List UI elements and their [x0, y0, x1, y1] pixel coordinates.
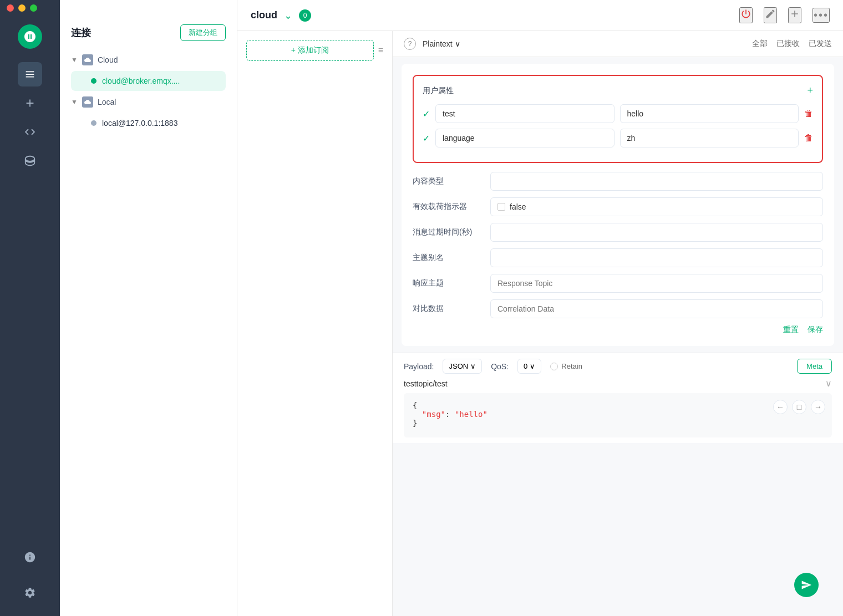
payload-format-select[interactable]: JSON ∨ [443, 359, 482, 374]
retain-radio[interactable] [550, 363, 558, 370]
send-button[interactable] [794, 573, 819, 597]
maximize-btn[interactable] [30, 4, 37, 12]
group-local-name: Local [98, 98, 116, 106]
form-actions: 重置 保存 [413, 325, 823, 335]
format-selector[interactable]: Plaintext ∨ [423, 39, 460, 48]
add-tab-button[interactable] [788, 7, 801, 23]
subscribe-header: + 添加订阅 ≡ [246, 40, 383, 61]
group-local-header[interactable]: ▼ Local [67, 92, 230, 112]
power-button[interactable] [739, 7, 753, 23]
nav-prev-button[interactable]: ← [773, 400, 788, 414]
prop-row-1: ✓ 🗑 [423, 129, 813, 147]
form-row-content-type: 内容类型 [413, 172, 823, 191]
connection-local[interactable]: local@127.0.0.1:1883 [71, 113, 226, 133]
sidebar-item-code[interactable] [18, 120, 42, 144]
meta-panel: 用户属性 + ✓ 🗑 ✓ 🗑 [402, 64, 834, 346]
correlation-data-input[interactable] [490, 299, 823, 318]
tab-all[interactable]: 全部 [752, 37, 768, 51]
sidebar-item-add[interactable] [18, 91, 42, 115]
close-btn[interactable] [7, 4, 14, 12]
topic-expand-icon[interactable]: ∨ [825, 378, 832, 389]
topic-text: testtopic/test [404, 379, 448, 388]
code-indent [413, 410, 422, 419]
nav-copy-button[interactable]: □ [792, 400, 806, 414]
prop-row-0: ✓ 🗑 [423, 104, 813, 123]
topic-alias-input[interactable] [490, 248, 823, 267]
content-type-input[interactable] [490, 172, 823, 191]
save-button[interactable]: 保存 [808, 325, 823, 335]
topbar-actions: ••• [739, 7, 830, 23]
edit-button[interactable] [764, 7, 777, 23]
payload-indicator-checkbox[interactable] [497, 203, 505, 211]
add-subscription-button[interactable]: + 添加订阅 [246, 40, 374, 61]
prop-check-0: ✓ [423, 109, 430, 119]
connection-cloud-broker[interactable]: cloud@broker.emqx.... [71, 71, 226, 91]
filter-icon[interactable]: ≡ [378, 45, 383, 55]
tab-sent[interactable]: 已发送 [809, 37, 832, 51]
connection-local-status-dot [91, 120, 97, 126]
payload-format-value: JSON [449, 362, 468, 370]
connection-local-name: local@127.0.0.1:1883 [102, 119, 177, 128]
group-local: ▼ Local local@127.0.0.1:1883 [60, 92, 237, 133]
group-local-icon [82, 96, 93, 108]
code-key: "msg" [422, 410, 445, 419]
meta-button[interactable]: Meta [797, 359, 832, 374]
send-icon [801, 579, 812, 590]
payload-label: Payload: [404, 362, 434, 371]
group-cloud: ▼ Cloud cloud@broker.emqx.... [60, 50, 237, 91]
form-row-correlation-data: 对比数据 [413, 299, 823, 318]
code-area: { "msg": "hello" } ← □ → [404, 393, 832, 437]
expiry-time-label: 消息过期时间(秒) [413, 227, 490, 237]
response-topic-input[interactable] [490, 274, 823, 293]
correlation-data-label: 对比数据 [413, 304, 490, 314]
prop-value-0[interactable] [620, 104, 799, 123]
retain-label-text: Retain [561, 362, 582, 370]
sidebar-item-database[interactable] [18, 149, 42, 173]
group-cloud-header[interactable]: ▼ Cloud [67, 50, 230, 70]
qos-arrow-icon: ∨ [530, 362, 535, 370]
prop-value-1[interactable] [620, 129, 799, 147]
code-brace-open: { [413, 401, 417, 410]
user-props-header: 用户属性 + [423, 85, 813, 96]
main-content: cloud ⌄ 0 ••• + 添加订阅 ≡ [237, 0, 843, 616]
qos-label: QoS: [491, 362, 509, 371]
sidebar-item-connections[interactable] [18, 62, 42, 86]
message-area: + 添加订阅 ≡ ? Plaintext ∨ 全部 已接收 已发送 [237, 31, 843, 616]
right-panel: ? Plaintext ∨ 全部 已接收 已发送 用户属性 + [393, 31, 843, 616]
payload-indicator-value: false [510, 202, 526, 211]
add-property-button[interactable]: + [807, 85, 813, 96]
form-row-payload-indicator: 有效载荷指示器 false [413, 197, 823, 216]
nav-buttons: ← □ → [773, 400, 825, 414]
tab-received[interactable]: 已接收 [776, 37, 800, 51]
prop-delete-0[interactable]: 🗑 [804, 109, 813, 119]
response-topic-label: 响应主题 [413, 278, 490, 288]
logo-icon [23, 30, 37, 43]
prop-key-0[interactable] [435, 104, 615, 123]
more-button[interactable]: ••• [812, 8, 830, 23]
minimize-btn[interactable] [18, 4, 26, 12]
message-tabs: 全部 已接收 已发送 [752, 37, 832, 51]
nav-next-button[interactable]: → [811, 400, 825, 414]
connection-status-dot [91, 78, 97, 84]
group-cloud-arrow: ▼ [71, 56, 78, 64]
expiry-time-input[interactable] [490, 223, 823, 242]
new-group-button[interactable]: 新建分组 [180, 24, 226, 41]
topbar-expand-icon[interactable]: ⌄ [284, 9, 292, 22]
connection-cloud-name: cloud@broker.emqx.... [102, 77, 180, 85]
user-properties-section: 用户属性 + ✓ 🗑 ✓ 🗑 [413, 75, 823, 163]
subscribe-sidebar: + 添加订阅 ≡ [237, 31, 393, 616]
qos-value: 0 [524, 362, 527, 370]
app-logo [18, 24, 42, 49]
topbar: cloud ⌄ 0 ••• [237, 0, 843, 31]
group-cloud-name: Cloud [98, 55, 118, 64]
topbar-badge: 0 [299, 9, 311, 22]
help-icon[interactable]: ? [404, 38, 416, 50]
sidebar-item-settings[interactable] [18, 581, 42, 605]
user-props-title: 用户属性 [423, 86, 454, 96]
prop-key-1[interactable] [435, 129, 615, 147]
code-brace-close: } [413, 419, 417, 427]
reset-button[interactable]: 重置 [783, 325, 799, 335]
qos-select[interactable]: 0 ∨ [517, 359, 541, 374]
sidebar-item-info[interactable] [18, 545, 42, 569]
prop-delete-1[interactable]: 🗑 [804, 133, 813, 143]
